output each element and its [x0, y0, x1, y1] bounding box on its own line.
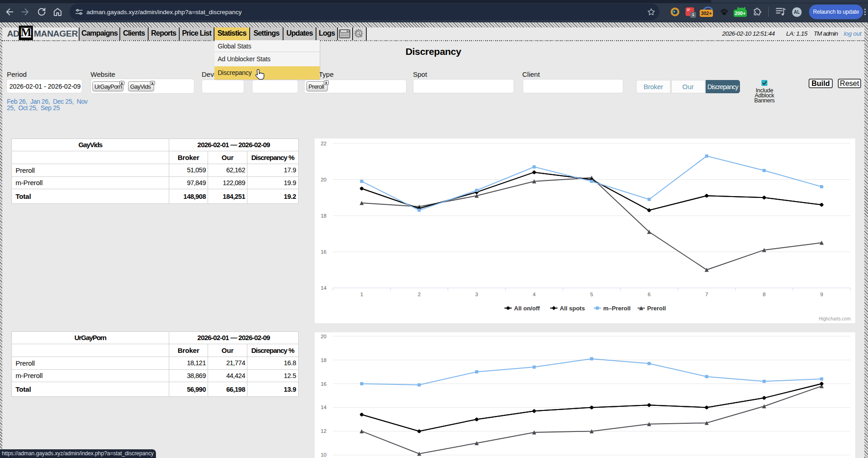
svg-text:1: 1 [360, 292, 363, 297]
svg-text:m–Preroll: m–Preroll [603, 305, 631, 312]
svg-text:9: 9 [820, 292, 823, 297]
svg-text:14: 14 [321, 405, 327, 410]
svg-text:7: 7 [705, 292, 708, 297]
svg-text:16: 16 [321, 381, 327, 387]
svg-text:4: 4 [533, 292, 536, 297]
svg-text:All spots: All spots [560, 305, 585, 312]
svg-text:20: 20 [321, 334, 327, 339]
svg-text:5: 5 [590, 292, 593, 297]
svg-text:14: 14 [321, 285, 327, 291]
svg-text:12: 12 [321, 428, 327, 434]
svg-text:All on/off: All on/off [514, 305, 540, 312]
svg-text:Highcharts.com: Highcharts.com [819, 316, 851, 321]
svg-text:22: 22 [321, 141, 327, 146]
svg-text:8: 8 [763, 292, 766, 297]
svg-text:18: 18 [321, 357, 327, 363]
svg-text:2: 2 [418, 292, 420, 297]
svg-text:16: 16 [321, 249, 327, 255]
svg-text:10: 10 [321, 452, 327, 458]
svg-text:20: 20 [321, 177, 327, 182]
svg-text:Preroll: Preroll [647, 305, 666, 312]
svg-text:M: M [21, 28, 31, 37]
svg-text:3: 3 [475, 292, 478, 297]
svg-text:18: 18 [321, 213, 327, 218]
svg-text:6: 6 [648, 292, 650, 297]
